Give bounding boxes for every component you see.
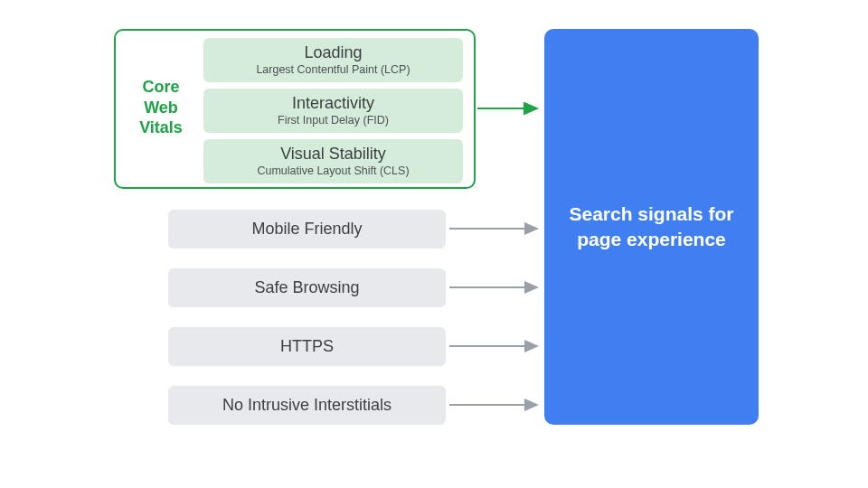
signal-mobile-friendly: Mobile Friendly [168, 210, 446, 249]
vital-title: Visual Stability [211, 145, 456, 164]
destination-label: Search signals for page experience [566, 202, 737, 253]
cwv-label-line3: Vitals [139, 118, 183, 136]
vital-subtitle: Cumulative Layout Shift (CLS) [211, 164, 456, 177]
cwv-label-line2: Web [144, 99, 178, 117]
core-web-vitals-label: Core Web Vitals [125, 77, 197, 138]
vital-visual-stability: Visual Stability Cumulative Layout Shift… [203, 139, 463, 183]
vital-subtitle: First Input Delay (FID) [211, 114, 456, 127]
signal-label: Mobile Friendly [251, 220, 362, 238]
vital-loading: Loading Largest Contentful Paint (LCP) [203, 38, 463, 82]
vital-subtitle: Largest Contentful Paint (LCP) [211, 63, 456, 76]
diagram-stage: Core Web Vitals Loading Largest Contentf… [0, 0, 868, 488]
destination-panel: Search signals for page experience [544, 29, 759, 425]
signal-label: No Intrusive Interstitials [222, 396, 392, 414]
signal-safe-browsing: Safe Browsing [168, 268, 446, 307]
signal-no-intrusive-interstitials: No Intrusive Interstitials [168, 386, 446, 425]
signal-https: HTTPS [168, 327, 446, 366]
vital-title: Interactivity [211, 94, 456, 113]
cwv-label-line1: Core [142, 78, 179, 96]
signal-label: HTTPS [280, 337, 334, 355]
vital-interactivity: Interactivity First Input Delay (FID) [203, 89, 463, 133]
vital-title: Loading [211, 43, 456, 62]
signal-label: Safe Browsing [254, 278, 359, 296]
